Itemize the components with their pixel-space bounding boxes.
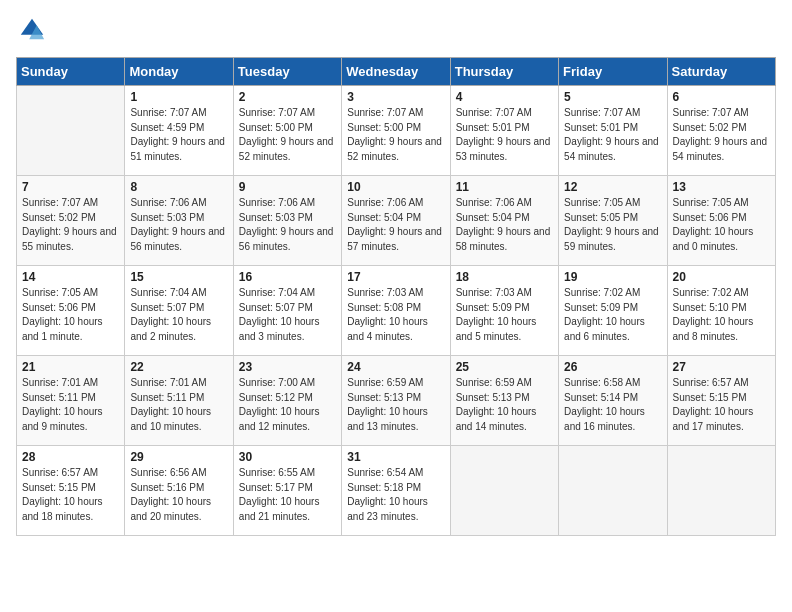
day-cell: 20Sunrise: 7:02 AMSunset: 5:10 PMDayligh…: [667, 266, 775, 356]
day-info: Sunrise: 7:01 AMSunset: 5:11 PMDaylight:…: [22, 376, 119, 434]
day-number: 17: [347, 270, 444, 284]
day-cell: [559, 446, 667, 536]
day-info: Sunrise: 6:57 AMSunset: 5:15 PMDaylight:…: [673, 376, 770, 434]
day-number: 21: [22, 360, 119, 374]
day-cell: 23Sunrise: 7:00 AMSunset: 5:12 PMDayligh…: [233, 356, 341, 446]
day-cell: 6Sunrise: 7:07 AMSunset: 5:02 PMDaylight…: [667, 86, 775, 176]
day-number: 22: [130, 360, 227, 374]
logo-icon: [18, 16, 46, 44]
day-cell: 31Sunrise: 6:54 AMSunset: 5:18 PMDayligh…: [342, 446, 450, 536]
week-row-1: 1Sunrise: 7:07 AMSunset: 4:59 PMDaylight…: [17, 86, 776, 176]
week-row-3: 14Sunrise: 7:05 AMSunset: 5:06 PMDayligh…: [17, 266, 776, 356]
day-info: Sunrise: 7:05 AMSunset: 5:06 PMDaylight:…: [673, 196, 770, 254]
day-number: 8: [130, 180, 227, 194]
day-cell: 1Sunrise: 7:07 AMSunset: 4:59 PMDaylight…: [125, 86, 233, 176]
day-info: Sunrise: 7:03 AMSunset: 5:08 PMDaylight:…: [347, 286, 444, 344]
day-number: 23: [239, 360, 336, 374]
day-info: Sunrise: 7:02 AMSunset: 5:09 PMDaylight:…: [564, 286, 661, 344]
header: [16, 16, 776, 49]
header-cell-wednesday: Wednesday: [342, 58, 450, 86]
day-info: Sunrise: 7:01 AMSunset: 5:11 PMDaylight:…: [130, 376, 227, 434]
day-cell: 9Sunrise: 7:06 AMSunset: 5:03 PMDaylight…: [233, 176, 341, 266]
day-number: 25: [456, 360, 553, 374]
day-number: 20: [673, 270, 770, 284]
day-number: 3: [347, 90, 444, 104]
day-cell: 8Sunrise: 7:06 AMSunset: 5:03 PMDaylight…: [125, 176, 233, 266]
day-cell: 11Sunrise: 7:06 AMSunset: 5:04 PMDayligh…: [450, 176, 558, 266]
day-cell: 22Sunrise: 7:01 AMSunset: 5:11 PMDayligh…: [125, 356, 233, 446]
day-cell: 30Sunrise: 6:55 AMSunset: 5:17 PMDayligh…: [233, 446, 341, 536]
day-number: 15: [130, 270, 227, 284]
day-info: Sunrise: 7:05 AMSunset: 5:06 PMDaylight:…: [22, 286, 119, 344]
day-info: Sunrise: 7:06 AMSunset: 5:03 PMDaylight:…: [239, 196, 336, 254]
day-number: 13: [673, 180, 770, 194]
calendar-table: SundayMondayTuesdayWednesdayThursdayFrid…: [16, 57, 776, 536]
day-info: Sunrise: 6:54 AMSunset: 5:18 PMDaylight:…: [347, 466, 444, 524]
day-info: Sunrise: 7:05 AMSunset: 5:05 PMDaylight:…: [564, 196, 661, 254]
day-number: 2: [239, 90, 336, 104]
header-cell-saturday: Saturday: [667, 58, 775, 86]
week-row-2: 7Sunrise: 7:07 AMSunset: 5:02 PMDaylight…: [17, 176, 776, 266]
day-cell: 29Sunrise: 6:56 AMSunset: 5:16 PMDayligh…: [125, 446, 233, 536]
day-number: 6: [673, 90, 770, 104]
calendar-body: 1Sunrise: 7:07 AMSunset: 4:59 PMDaylight…: [17, 86, 776, 536]
day-info: Sunrise: 7:07 AMSunset: 5:00 PMDaylight:…: [239, 106, 336, 164]
day-number: 28: [22, 450, 119, 464]
day-cell: 17Sunrise: 7:03 AMSunset: 5:08 PMDayligh…: [342, 266, 450, 356]
day-number: 14: [22, 270, 119, 284]
day-cell: 19Sunrise: 7:02 AMSunset: 5:09 PMDayligh…: [559, 266, 667, 356]
day-cell: 4Sunrise: 7:07 AMSunset: 5:01 PMDaylight…: [450, 86, 558, 176]
day-cell: 3Sunrise: 7:07 AMSunset: 5:00 PMDaylight…: [342, 86, 450, 176]
day-info: Sunrise: 7:04 AMSunset: 5:07 PMDaylight:…: [239, 286, 336, 344]
day-info: Sunrise: 6:59 AMSunset: 5:13 PMDaylight:…: [456, 376, 553, 434]
logo-text: [16, 16, 46, 49]
day-number: 31: [347, 450, 444, 464]
day-info: Sunrise: 7:07 AMSunset: 5:01 PMDaylight:…: [456, 106, 553, 164]
day-cell: 25Sunrise: 6:59 AMSunset: 5:13 PMDayligh…: [450, 356, 558, 446]
day-cell: [667, 446, 775, 536]
day-info: Sunrise: 7:02 AMSunset: 5:10 PMDaylight:…: [673, 286, 770, 344]
day-info: Sunrise: 7:06 AMSunset: 5:04 PMDaylight:…: [456, 196, 553, 254]
day-cell: 15Sunrise: 7:04 AMSunset: 5:07 PMDayligh…: [125, 266, 233, 356]
day-number: 18: [456, 270, 553, 284]
day-cell: 5Sunrise: 7:07 AMSunset: 5:01 PMDaylight…: [559, 86, 667, 176]
day-cell: 27Sunrise: 6:57 AMSunset: 5:15 PMDayligh…: [667, 356, 775, 446]
day-info: Sunrise: 7:04 AMSunset: 5:07 PMDaylight:…: [130, 286, 227, 344]
day-cell: 26Sunrise: 6:58 AMSunset: 5:14 PMDayligh…: [559, 356, 667, 446]
day-cell: 12Sunrise: 7:05 AMSunset: 5:05 PMDayligh…: [559, 176, 667, 266]
header-cell-thursday: Thursday: [450, 58, 558, 86]
header-cell-monday: Monday: [125, 58, 233, 86]
week-row-4: 21Sunrise: 7:01 AMSunset: 5:11 PMDayligh…: [17, 356, 776, 446]
day-cell: 7Sunrise: 7:07 AMSunset: 5:02 PMDaylight…: [17, 176, 125, 266]
day-info: Sunrise: 7:07 AMSunset: 5:02 PMDaylight:…: [673, 106, 770, 164]
day-cell: 10Sunrise: 7:06 AMSunset: 5:04 PMDayligh…: [342, 176, 450, 266]
day-info: Sunrise: 7:03 AMSunset: 5:09 PMDaylight:…: [456, 286, 553, 344]
day-info: Sunrise: 6:57 AMSunset: 5:15 PMDaylight:…: [22, 466, 119, 524]
header-cell-sunday: Sunday: [17, 58, 125, 86]
day-number: 24: [347, 360, 444, 374]
day-number: 9: [239, 180, 336, 194]
day-number: 10: [347, 180, 444, 194]
day-cell: 28Sunrise: 6:57 AMSunset: 5:15 PMDayligh…: [17, 446, 125, 536]
day-cell: 13Sunrise: 7:05 AMSunset: 5:06 PMDayligh…: [667, 176, 775, 266]
day-info: Sunrise: 7:06 AMSunset: 5:03 PMDaylight:…: [130, 196, 227, 254]
day-info: Sunrise: 7:07 AMSunset: 5:01 PMDaylight:…: [564, 106, 661, 164]
day-info: Sunrise: 7:00 AMSunset: 5:12 PMDaylight:…: [239, 376, 336, 434]
day-number: 4: [456, 90, 553, 104]
day-number: 27: [673, 360, 770, 374]
day-number: 19: [564, 270, 661, 284]
day-number: 16: [239, 270, 336, 284]
day-number: 29: [130, 450, 227, 464]
day-number: 5: [564, 90, 661, 104]
day-info: Sunrise: 7:07 AMSunset: 4:59 PMDaylight:…: [130, 106, 227, 164]
day-number: 1: [130, 90, 227, 104]
day-number: 11: [456, 180, 553, 194]
day-number: 26: [564, 360, 661, 374]
day-info: Sunrise: 6:55 AMSunset: 5:17 PMDaylight:…: [239, 466, 336, 524]
logo: [16, 16, 46, 49]
header-cell-tuesday: Tuesday: [233, 58, 341, 86]
day-info: Sunrise: 7:07 AMSunset: 5:02 PMDaylight:…: [22, 196, 119, 254]
day-info: Sunrise: 7:06 AMSunset: 5:04 PMDaylight:…: [347, 196, 444, 254]
day-info: Sunrise: 7:07 AMSunset: 5:00 PMDaylight:…: [347, 106, 444, 164]
day-number: 12: [564, 180, 661, 194]
